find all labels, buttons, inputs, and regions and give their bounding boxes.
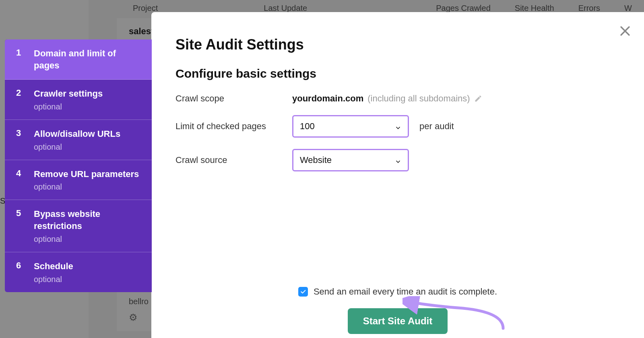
modal-title: Site Audit Settings xyxy=(175,36,620,53)
close-icon xyxy=(618,24,632,38)
wizard-stepper: 1 Domain and limit of pages 2 Crawler se… xyxy=(5,39,152,292)
chevron-down-icon xyxy=(395,157,401,163)
step-number: 3 xyxy=(16,128,34,152)
modal-footer: Send an email every time an audit is com… xyxy=(151,286,644,334)
settings-modal: Site Audit Settings Configure basic sett… xyxy=(151,12,644,338)
crawl-scope-domain: yourdomain.com xyxy=(292,93,363,104)
step-optional-label: optional xyxy=(34,102,143,111)
step-number: 5 xyxy=(16,208,34,243)
bg-col-w: W xyxy=(624,4,632,13)
step-number: 6 xyxy=(16,260,34,284)
step-title: Schedule xyxy=(34,260,143,272)
limit-pages-label: Limit of checked pages xyxy=(175,121,292,132)
step-allow-disallow-urls[interactable]: 3 Allow/disallow URLs optional xyxy=(5,120,152,160)
step-title: Allow/disallow URLs xyxy=(34,128,143,140)
step-title: Crawler settings xyxy=(34,88,143,100)
bg-col-project: Project xyxy=(133,4,158,13)
step-title: Bypass website restrictions xyxy=(34,208,143,232)
email-notification-label: Send an email every time an audit is com… xyxy=(314,286,497,297)
edit-crawl-scope-button[interactable] xyxy=(474,95,482,103)
step-title: Remove URL parameters xyxy=(34,168,143,180)
crawl-scope-row: Crawl scope yourdomain.com (including al… xyxy=(175,93,620,104)
limit-pages-select[interactable]: 100 xyxy=(292,115,409,138)
bg-col-pages-crawled: Pages Crawled xyxy=(436,4,491,13)
crawl-scope-label: Crawl scope xyxy=(175,93,292,104)
limit-pages-row: Limit of checked pages 100 per audit xyxy=(175,115,620,138)
close-button[interactable] xyxy=(618,24,632,38)
bg-col-site-health: Site Health xyxy=(515,4,554,13)
step-domain-limit[interactable]: 1 Domain and limit of pages xyxy=(5,39,152,80)
bg-nav-item: ew xyxy=(0,4,89,23)
step-remove-url-parameters[interactable]: 4 Remove URL parameters optional xyxy=(5,160,152,200)
bg-col-last-update: Last Update xyxy=(264,4,307,13)
crawl-scope-note: (including all subdomains) xyxy=(367,93,470,104)
step-optional-label: optional xyxy=(34,235,143,244)
chevron-down-icon xyxy=(395,123,401,130)
step-number: 1 xyxy=(16,47,34,71)
bg-col-errors: Errors xyxy=(578,4,600,13)
modal-subtitle: Configure basic settings xyxy=(175,67,620,80)
check-icon xyxy=(300,289,306,295)
crawl-source-value: Website xyxy=(300,155,332,165)
email-notification-row: Send an email every time an audit is com… xyxy=(151,286,644,297)
step-title: Domain and limit of pages xyxy=(34,47,143,71)
pencil-icon xyxy=(474,95,482,103)
step-crawler-settings[interactable]: 2 Crawler settings optional xyxy=(5,80,152,120)
step-bypass-restrictions[interactable]: 5 Bypass website restrictions optional xyxy=(5,200,152,252)
crawl-source-label: Crawl source xyxy=(175,155,292,165)
step-optional-label: optional xyxy=(34,275,143,284)
limit-pages-value: 100 xyxy=(300,121,315,132)
bg-nav-item: cs xyxy=(0,23,89,42)
step-number: 2 xyxy=(16,88,34,111)
crawl-source-row: Crawl source Website xyxy=(175,149,620,171)
email-notification-checkbox[interactable] xyxy=(298,287,308,297)
limit-pages-suffix: per audit xyxy=(419,121,454,132)
step-number: 4 xyxy=(16,168,34,192)
step-optional-label: optional xyxy=(34,142,143,152)
step-schedule[interactable]: 6 Schedule optional xyxy=(5,252,152,292)
start-site-audit-button[interactable]: Start Site Audit xyxy=(348,308,448,334)
crawl-source-select[interactable]: Website xyxy=(292,149,409,171)
step-optional-label: optional xyxy=(34,182,143,192)
